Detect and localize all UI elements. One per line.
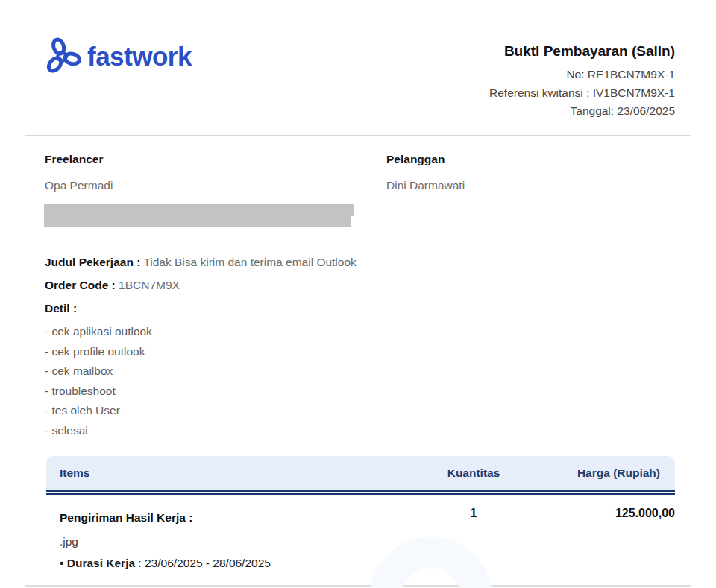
- redacted-line-2: [44, 216, 351, 227]
- freelancer-label: Freelancer: [45, 153, 113, 166]
- document-date: Tanggal: 23/06/2025: [489, 102, 675, 121]
- job-title-value: Tidak Bisa kirim dan terima email Outloo…: [143, 256, 356, 268]
- duration-value: : 23/06/2025 - 28/06/2025: [135, 557, 271, 569]
- items-table: Items Kuantitas Harga (Rupiah) Pengirima…: [46, 456, 675, 570]
- detail-item: - cek profile outlook: [45, 342, 357, 362]
- receipt-page: fastwork Bukti Pembayaran (Salin) No: RE…: [0, 0, 716, 588]
- detail-label: Detil :: [45, 302, 77, 314]
- item-file: .jpg: [60, 535, 392, 549]
- redacted-text-block: [44, 204, 354, 227]
- document-number: No: RE1BCN7M9X-1: [489, 66, 675, 84]
- item-cell: Pengiriman Hasil Kerja : .jpg • Durasi K…: [46, 511, 392, 570]
- job-title-line: Judul Pekerjaan : Tidak Bisa kirim dan t…: [45, 256, 357, 269]
- detail-item: - selesai: [45, 421, 357, 441]
- customer-section: Pelanggan Dini Darmawati: [386, 153, 465, 192]
- fastwork-logo: fastwork: [43, 37, 192, 78]
- customer-label: Pelanggan: [386, 153, 465, 166]
- column-header-quantity: Kuantitas: [392, 467, 526, 480]
- customer-name: Dini Darmawati: [386, 179, 465, 192]
- order-code-line: Order Code : 1BCN7M9X: [45, 279, 357, 292]
- item-duration: • Durasi Kerja : 23/06/2025 - 28/06/2025: [60, 557, 392, 570]
- header-divider: [25, 135, 691, 136]
- freelancer-section: Freelancer Opa Permadi: [45, 153, 113, 192]
- table-row: Pengiriman Hasil Kerja : .jpg • Durasi K…: [46, 511, 675, 570]
- detail-list: - cek aplikasi outlook - cek profile out…: [45, 322, 357, 440]
- table-header-rule: [46, 493, 675, 495]
- fastwork-logo-icon: [43, 37, 81, 78]
- receipt-reference: Referensi kwitansi : IV1BCN7M9X-1: [489, 84, 675, 103]
- job-info-section: Judul Pekerjaan : Tidak Bisa kirim dan t…: [45, 256, 357, 440]
- freelancer-name: Opa Permadi: [45, 179, 113, 192]
- detail-item: - tes oleh User: [45, 401, 357, 421]
- table-header-row: Items Kuantitas Harga (Rupiah): [46, 456, 675, 492]
- detail-label-line: Detil :: [45, 302, 357, 315]
- order-code-value: 1BCN7M9X: [119, 279, 180, 291]
- item-title: Pengiriman Hasil Kerja :: [60, 511, 392, 525]
- document-title: Bukti Pembayaran (Salin): [489, 43, 675, 60]
- order-code-label: Order Code :: [45, 279, 116, 291]
- redacted-line-1: [44, 204, 354, 216]
- detail-item: - cek mailbox: [45, 361, 357, 382]
- document-meta: Bukti Pembayaran (Salin) No: RE1BCN7M9X-…: [489, 43, 675, 121]
- bottom-divider: [25, 585, 691, 587]
- job-title-label: Judul Pekerjaan :: [45, 256, 140, 268]
- price-cell: 125.000,00: [526, 507, 675, 570]
- column-header-price: Harga (Rupiah): [526, 467, 675, 480]
- detail-item: - cek aplikasi outlook: [45, 322, 357, 342]
- detail-item: - troubleshoot: [45, 382, 357, 402]
- duration-label: • Durasi Kerja: [60, 557, 135, 569]
- fastwork-wordmark: fastwork: [87, 43, 192, 72]
- column-header-items: Items: [46, 467, 392, 480]
